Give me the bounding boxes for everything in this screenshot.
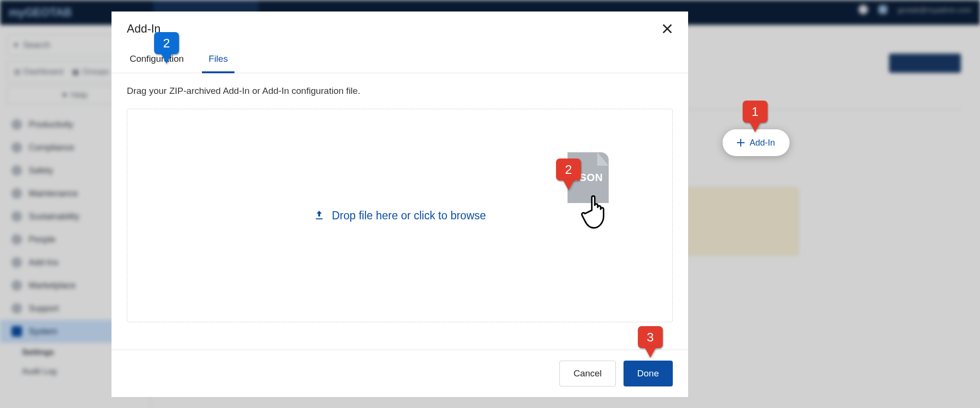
dropzone-text: Drop file here or click to browse — [332, 209, 486, 222]
add-in-label: Add-In — [749, 138, 775, 148]
modal-instruction: Drag your ZIP-archived Add-In or Add-In … — [127, 86, 673, 96]
add-in-button[interactable]: Add-In — [723, 129, 790, 156]
close-icon[interactable] — [661, 23, 673, 34]
hand-cursor-icon — [581, 191, 612, 230]
add-in-modal: Add-In Configuration Files Drag your ZIP… — [111, 11, 688, 397]
tab-configuration[interactable]: Configuration — [127, 46, 187, 73]
modal-title: Add-In — [127, 22, 161, 35]
tab-files[interactable]: Files — [206, 46, 231, 73]
modal-tabs: Configuration Files — [111, 46, 688, 73]
file-type-label: JSON — [573, 171, 603, 184]
cancel-button[interactable]: Cancel — [559, 361, 615, 386]
upload-icon — [313, 210, 325, 221]
plus-icon — [737, 139, 745, 147]
file-dropzone[interactable]: Drop file here or click to browse JSON — [127, 109, 673, 322]
done-button[interactable]: Done — [624, 361, 673, 386]
